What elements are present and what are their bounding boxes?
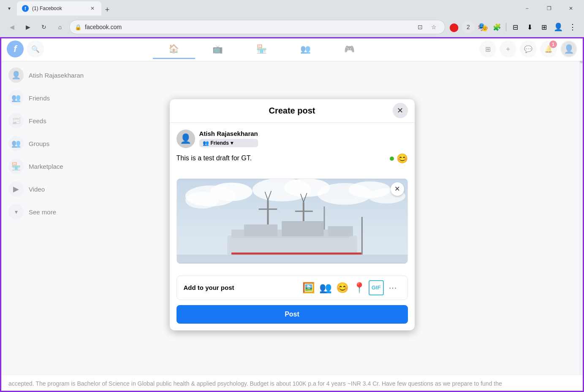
home-btn[interactable]: ⌂ <box>53 20 67 34</box>
post-privacy-btn[interactable]: 👥 Friends ▾ <box>199 139 258 147</box>
modal-title: Create post <box>269 106 315 116</box>
check-in-btn[interactable]: 📍 <box>352 280 367 295</box>
close-icon: ✕ <box>397 106 403 115</box>
privacy-dropdown-icon: ▾ <box>231 140 233 146</box>
tab-favicon: f <box>22 5 29 12</box>
url-input[interactable] <box>85 24 411 30</box>
bookmark-icon[interactable]: ☆ <box>428 21 440 33</box>
svg-rect-25 <box>177 254 407 263</box>
svg-rect-22 <box>328 226 353 236</box>
post-action-icons: 🖼️ 👥 😊 📍 GIF ··· <box>301 280 401 295</box>
download-icon[interactable]: ⬇ <box>523 21 536 33</box>
more-options-btn[interactable]: ··· <box>386 280 401 295</box>
create-post-modal: Create post ✕ 👤 Atish Rajasekharan 👥 Fri… <box>170 99 415 330</box>
online-indicator <box>390 157 394 161</box>
minimize-btn[interactable]: − <box>517 3 537 14</box>
maximize-btn[interactable]: ❐ <box>539 3 559 14</box>
browser-titlebar: ▾ f (1) Facebook ✕ + − ❐ ✕ <box>0 0 584 17</box>
menu-icon[interactable]: ⋮ <box>566 21 579 33</box>
cast-icon[interactable]: ⊡ <box>414 21 426 33</box>
remove-image-icon: ✕ <box>394 185 400 193</box>
tab-bar: f (1) Facebook ✕ + <box>17 1 516 16</box>
new-tab-btn[interactable]: + <box>101 4 113 16</box>
svg-rect-15 <box>295 211 312 212</box>
svg-point-3 <box>185 192 218 208</box>
close-window-btn[interactable]: ✕ <box>561 3 581 14</box>
image-remove-btn[interactable]: ✕ <box>391 182 404 196</box>
omnibar-icons: ⊡ ☆ <box>414 21 440 33</box>
feeling-activity-btn[interactable]: 😊 <box>335 280 350 295</box>
svg-rect-13 <box>323 206 325 230</box>
opera-ext-icon[interactable]: ⬤ <box>448 21 460 33</box>
svg-rect-14 <box>258 208 277 210</box>
add-photo-video-btn[interactable]: 🖼️ <box>301 280 316 295</box>
tab-close-btn[interactable]: ✕ <box>89 5 96 12</box>
add-to-post-section: Add to your post 🖼️ 👥 😊 📍 GIF ··· <box>170 276 415 305</box>
svg-rect-24 <box>361 217 362 254</box>
ext-icon-2[interactable]: 2 <box>462 21 475 33</box>
extensions-area: ⬤ 2 🎭 🧩 ⊟ ⬇ ⊞ 👤 ⋮ <box>448 21 579 33</box>
post-author-row: 👤 Atish Rajasekharan 👥 Friends ▾ <box>177 130 408 148</box>
browser-frame: ▾ f (1) Facebook ✕ + − ❐ ✕ ◀ ▶ ↻ ⌂ 🔒 ⊡ <box>0 0 584 392</box>
modal-header: Create post ✕ <box>170 99 415 123</box>
reload-btn[interactable]: ↻ <box>37 20 51 34</box>
post-submit-btn[interactable]: Post <box>177 305 408 324</box>
back-btn[interactable]: ◀ <box>5 20 19 34</box>
add-to-post-bar: Add to your post 🖼️ 👥 😊 📍 GIF ··· <box>177 276 408 300</box>
modal-body: 👤 Atish Rajasekharan 👥 Friends ▾ This is… <box>170 123 415 276</box>
svg-rect-23 <box>231 252 361 254</box>
gif-btn[interactable]: GIF <box>369 280 384 295</box>
facebook-page: f 🔍 🏠 📺 🏪 👥 🎮 <box>0 37 584 392</box>
post-author-name: Atish Rajasekharan <box>199 130 258 137</box>
split-screen-icon[interactable]: ⊞ <box>538 21 550 33</box>
post-text-row: This is a test draft for GT. 😊 <box>177 153 408 173</box>
post-text-actions: 😊 <box>390 153 408 164</box>
post-author-avatar: 👤 <box>177 130 195 148</box>
ship-scene-svg <box>177 179 407 263</box>
modal-close-btn[interactable]: ✕ <box>393 103 408 118</box>
sidebar-icon[interactable]: ⊟ <box>509 21 522 33</box>
forward-btn[interactable]: ▶ <box>21 20 35 34</box>
security-icon: 🔒 <box>75 24 81 30</box>
profile-icon[interactable]: 👤 <box>552 21 565 33</box>
tab-title: (1) Facebook <box>32 5 85 11</box>
window-controls: − ❐ ✕ <box>517 3 581 14</box>
image-preview-container: ✕ <box>177 178 408 264</box>
tab-dropdown-btn[interactable]: ▾ <box>3 3 15 14</box>
emoji-picker-btn[interactable]: 😊 <box>397 153 408 164</box>
address-bar[interactable]: 🔒 ⊡ ☆ <box>69 20 445 34</box>
friends-icon-small: 👥 <box>203 140 209 146</box>
svg-rect-21 <box>282 221 323 236</box>
active-tab[interactable]: f (1) Facebook ✕ <box>17 1 101 16</box>
svg-rect-20 <box>244 224 277 236</box>
privacy-label: Friends <box>211 140 229 146</box>
toolbar-divider <box>506 23 506 31</box>
tag-people-btn[interactable]: 👥 <box>318 280 333 295</box>
add-to-post-label: Add to your post <box>184 284 301 291</box>
svg-rect-9 <box>227 235 357 254</box>
browser-toolbar: ◀ ▶ ↻ ⌂ 🔒 ⊡ ☆ ⬤ 2 🎭 🧩 ⊟ ⬇ ⊞ 👤 ⋮ <box>0 17 584 37</box>
post-author-info: Atish Rajasekharan 👥 Friends ▾ <box>199 130 258 147</box>
post-text-input[interactable]: This is a test draft for GT. <box>177 153 386 173</box>
ext-icon-3[interactable]: 🎭 <box>476 21 489 33</box>
ext-icon-4[interactable]: 🧩 <box>491 21 503 33</box>
image-preview <box>177 179 407 263</box>
